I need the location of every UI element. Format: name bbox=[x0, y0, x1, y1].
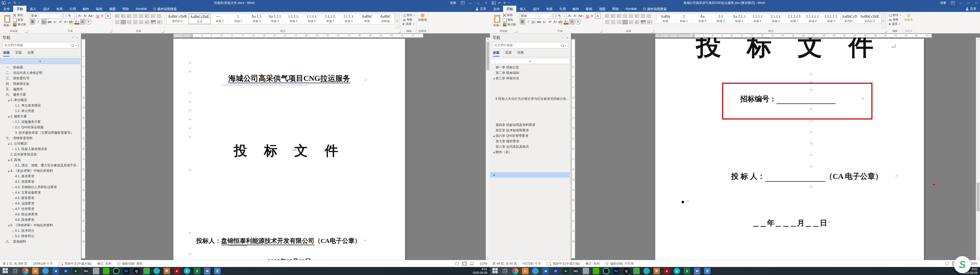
align-left-button[interactable] bbox=[115, 21, 119, 24]
redo-button[interactable]: ↻ bbox=[13, 1, 16, 5]
font-tool-button[interactable]: 文 bbox=[100, 13, 105, 18]
dialog-launcher-icon[interactable] bbox=[600, 30, 602, 33]
excel-icon[interactable]: X bbox=[684, 268, 690, 274]
align-left-button[interactable] bbox=[605, 21, 609, 24]
nav-heading-item[interactable]: ▷2.1. 运输服务方案 bbox=[0, 119, 81, 125]
style-gallery-item[interactable]: AaBbCcDdE正文 bbox=[189, 14, 211, 24]
scroll-up-arrow[interactable]: ▲ bbox=[976, 38, 980, 40]
format-painter-button[interactable]: 格式刷 bbox=[13, 22, 26, 27]
app-green-icon[interactable] bbox=[633, 268, 640, 274]
style-gallery-item[interactable]: 2.1.1.1.1.标题 8 bbox=[804, 14, 822, 24]
app-blue-arrow-icon[interactable]: ◀ bbox=[542, 268, 549, 274]
expand-arrow-icon[interactable]: ◢ bbox=[7, 170, 10, 172]
font-size-combo[interactable]: 三号 bbox=[554, 13, 566, 19]
expand-arrow-icon[interactable]: ▷ bbox=[11, 202, 15, 205]
show-marks-button[interactable] bbox=[157, 14, 161, 17]
sort-button[interactable] bbox=[151, 14, 155, 17]
style-gallery-item[interactable]: 1.1.1.1.标题 6 bbox=[303, 14, 321, 24]
nav-heading-item[interactable]: 4.9. 其他要求 bbox=[0, 217, 81, 223]
select-button[interactable]: 选择 bbox=[889, 22, 901, 26]
bullet-list-button[interactable] bbox=[605, 14, 609, 17]
nav-heading-item[interactable]: ◢第三章 评标办法 bbox=[490, 76, 571, 81]
style-gallery-item[interactable]: AaBbCcDdE表内正文 bbox=[167, 14, 189, 24]
line-spacing-button[interactable] bbox=[145, 21, 149, 24]
minimize-button[interactable]: — bbox=[957, 1, 964, 5]
font-format-button[interactable]: A bbox=[80, 19, 85, 25]
nav-heading-item[interactable]: 第八章 合同条款及格式 bbox=[490, 144, 571, 149]
app-diamond-icon[interactable]: ◆ bbox=[73, 268, 79, 274]
document-canvas[interactable]: 投 标 文 件 招标编号： 投 标 人：（CA 电子公章） ＿＿年＿＿＿月＿＿日… bbox=[575, 38, 980, 260]
ribbon-tab[interactable]: 引用 bbox=[66, 6, 79, 12]
add-ins-button[interactable]: 加载项 bbox=[904, 13, 913, 22]
expand-arrow-icon[interactable]: ◢ bbox=[492, 135, 496, 137]
scroll-down-arrow[interactable]: ▼ bbox=[486, 258, 490, 259]
app-ng-icon[interactable]: NG bbox=[573, 268, 579, 274]
nav-search-input[interactable]: 在文档中搜索 bbox=[492, 42, 568, 48]
cut-button[interactable]: 剪切 bbox=[13, 13, 26, 17]
nav-heading-item[interactable]: ▷1.1. 投标人基本情况表 bbox=[0, 146, 81, 152]
app-blue-dot-icon[interactable] bbox=[532, 268, 539, 274]
nav-heading-item[interactable]: ▷4.7. 信誉要求 bbox=[0, 206, 81, 212]
app-dark-ring-icon[interactable] bbox=[603, 268, 609, 274]
copy-button[interactable]: 复制 bbox=[13, 18, 26, 22]
zoom-level[interactable]: 110% bbox=[477, 262, 487, 265]
style-gallery-item[interactable]: 2.1.1.1标题 5 bbox=[749, 14, 767, 24]
app-teal-bird-icon[interactable] bbox=[643, 268, 650, 274]
font-name-combo[interactable]: 宋体 bbox=[519, 13, 553, 19]
search-icon[interactable] bbox=[561, 44, 564, 47]
nav-heading-item[interactable]: 4.5. 财务要求 bbox=[0, 196, 81, 201]
dialog-launcher-icon[interactable] bbox=[162, 30, 164, 33]
style-gallery-item[interactable]: Aa 2.1.1标题 4 bbox=[730, 14, 749, 24]
nav-heading-item[interactable]: ▲ bbox=[0, 58, 80, 64]
ribbon-tab[interactable]: 视图 bbox=[106, 6, 119, 12]
share-button[interactable]: 共享 bbox=[962, 6, 980, 12]
style-gallery-item[interactable]: 一、标题 1 bbox=[211, 14, 229, 24]
nav-heading-item[interactable]: 4.8. 联合体要求: bbox=[0, 212, 81, 217]
undo-button[interactable]: ↩ bbox=[498, 1, 501, 5]
font-tool-button[interactable]: A bbox=[94, 13, 99, 18]
maximize-button[interactable]: □ bbox=[964, 1, 972, 5]
minimize-button[interactable]: — bbox=[466, 1, 474, 5]
style-gallery-item[interactable]: 1.1.1.1.标题 8 bbox=[340, 14, 358, 24]
shading-button[interactable] bbox=[151, 20, 156, 24]
expand-arrow-icon[interactable]: ◢ bbox=[7, 143, 10, 145]
status-accessibility[interactable]: 辅助功能: 不可用 bbox=[610, 262, 634, 266]
style-gallery-item[interactable]: AaBbCcDdE表内正文 bbox=[859, 14, 881, 24]
navpane-options-button[interactable]: ▿ bbox=[562, 36, 563, 40]
app-diamond-icon[interactable]: ◆ bbox=[562, 268, 569, 274]
status-page[interactable]: 第 44 页, 共 60 页 bbox=[492, 262, 517, 266]
web-layout-button[interactable] bbox=[469, 261, 474, 266]
vertical-scrollbar[interactable]: ▲▼ bbox=[976, 38, 980, 260]
ribbon-tab[interactable]: 审阅 bbox=[92, 6, 106, 12]
status-wordcount[interactable]: 4/27292 个字 bbox=[523, 262, 541, 266]
borders-button[interactable] bbox=[647, 20, 652, 24]
close-button[interactable]: × bbox=[482, 1, 490, 5]
nav-heading-item[interactable]: 1.1. 单位基本情况 bbox=[0, 103, 81, 108]
style-gallery-item[interactable]: AaBb(标题 bbox=[657, 14, 675, 24]
font-tool-button[interactable]: A bbox=[567, 13, 572, 18]
dialog-launcher-icon[interactable] bbox=[398, 30, 401, 33]
ribbon-tab[interactable]: 帮助 bbox=[609, 6, 622, 12]
ribbon-tab[interactable]: 设计 bbox=[530, 6, 543, 12]
nav-heading-item[interactable]: ▲ bbox=[490, 58, 570, 64]
ribbon-tab[interactable]: 审阅 bbox=[582, 6, 596, 12]
font-format-button[interactable]: ab bbox=[69, 19, 74, 24]
app-navy-icon[interactable]: O bbox=[552, 268, 559, 274]
qat-more-button[interactable]: ▾ bbox=[19, 2, 20, 4]
search-icon[interactable] bbox=[71, 44, 74, 47]
nav-heading-item[interactable]: 5.投标人失信行为分级分类与记分标准见招标公告... bbox=[490, 96, 571, 102]
replace-button[interactable]: 替换 bbox=[889, 17, 901, 22]
ribbon-tab[interactable]: 视图 bbox=[596, 6, 609, 12]
expand-arrow-icon[interactable]: ▷ bbox=[11, 148, 15, 150]
wechat-icon[interactable] bbox=[103, 268, 110, 274]
acrobat-icon[interactable]: A bbox=[663, 268, 670, 274]
sort-button[interactable] bbox=[641, 14, 645, 17]
nav-heading-item[interactable]: ▷4.4. 主要设备要求 bbox=[0, 190, 81, 196]
decrease-indent-button[interactable] bbox=[623, 14, 627, 17]
font-format-button[interactable]: x² bbox=[58, 19, 63, 24]
print-layout-button[interactable] bbox=[462, 261, 467, 266]
share-button[interactable]: 共享 bbox=[472, 6, 490, 12]
nav-heading-item[interactable]: 3.1. 违法、违规、重大安全事故及其他不良... bbox=[0, 163, 81, 168]
photoshop-icon[interactable]: Ps bbox=[613, 268, 619, 274]
ribbon-tab[interactable]: 引用 bbox=[556, 6, 569, 12]
